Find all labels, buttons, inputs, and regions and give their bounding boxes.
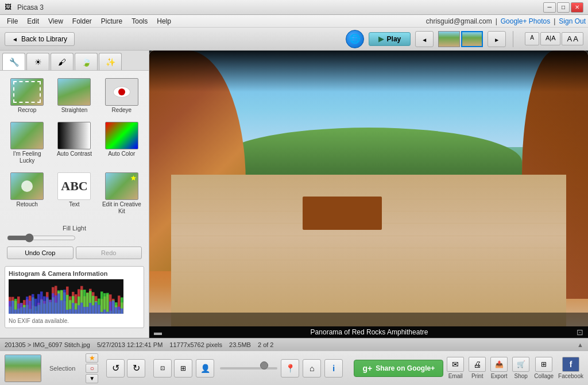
facebook-action[interactable]: f Facebook [558,357,583,379]
google-photos-link[interactable]: Google+ Photos [501,17,550,25]
google-plus-icon: g+ [362,364,372,373]
photo-caption: Panorama of Red Rocks Amphitheatre [311,328,428,336]
facebook-icon: f [562,357,579,372]
app-icon: 🖼 [5,3,14,12]
fill-light-slider-container [7,234,142,242]
tool-recrop[interactable]: Recrop [5,75,49,117]
thumbnail-1[interactable] [438,31,460,47]
print-action[interactable]: 🖨 Print [469,357,486,379]
caption-minimize-icon[interactable]: ▬ [154,328,162,337]
separator2: | [554,17,555,25]
bottom-thumbnail[interactable] [5,355,41,382]
tool-text[interactable]: ABC Text [52,170,96,218]
redo-button[interactable]: Redo [76,247,142,259]
menu-folder[interactable]: Folder [68,16,96,26]
play-button[interactable]: ▶ Play [369,32,411,46]
share-label: Share on Google+ [376,364,435,372]
shop-label: Shop [514,373,527,379]
thumbnail-strip [438,31,483,47]
bottom-tool-star[interactable]: ★ [86,353,98,363]
menu-edit[interactable]: Edit [22,16,44,26]
tab-tuning[interactable]: ☀ [26,53,49,70]
bottom-tool-arrow[interactable]: ▼ [86,374,98,383]
globe-icon: 🌐 [349,33,361,44]
autocolor-thumbnail [105,122,138,149]
menu-tools[interactable]: Tools [127,16,152,26]
tab-wand[interactable]: ✨ [99,53,122,70]
tool-redeye[interactable]: Redeye [99,75,144,117]
undo-crop-button[interactable]: Undo Crop [7,247,74,259]
menu-view[interactable]: View [44,16,68,26]
collage-icon: ⊞ [535,357,552,372]
facebook-label: Facebook [558,373,583,379]
tool-straighten[interactable]: Straighten [52,75,96,117]
next-photo-button[interactable] [488,31,506,47]
back-arrow-icon [12,35,19,43]
collage-action[interactable]: ⊞ Collage [534,357,554,379]
contrast-label: Auto Contrast [57,151,92,157]
text-thumbnail: ABC [57,172,91,200]
panorama-image [149,51,588,326]
maximize-button[interactable]: □ [557,2,570,13]
print-icon: 🖨 [469,357,486,372]
bottom-bar: Selection ★ ○ ▼ ↺ ↻ ⊡ ⊞ 👤 📍 ⌂ i g+ Share… [0,351,588,385]
face-detection-button[interactable]: 👤 [196,359,214,378]
print-label: Print [471,373,483,379]
exif-text: No EXIF data available. [9,318,140,324]
share-google-plus-button[interactable]: g+ Share on Google+ [354,360,443,377]
lucky-label: I'm Feeling Lucky [7,151,47,164]
minimize-button[interactable]: ─ [543,2,556,13]
tab-effects[interactable]: 🖌 [51,53,74,70]
autocolor-label: Auto Color [108,151,135,157]
zoom-handle[interactable] [260,361,268,369]
rotate-cw-button[interactable]: ↻ [127,359,145,378]
font-small-button[interactable]: A [525,32,539,45]
close-button[interactable]: ✕ [571,2,583,13]
selection-label: Selection [45,365,80,372]
main-content: 🔧 ☀ 🖌 🍃 ✨ Recrop Straighten [0,51,588,338]
menu-help[interactable]: Help [152,16,176,26]
status-scroll-up[interactable]: ▲ [577,341,583,348]
font-large-button[interactable]: A A [562,32,583,45]
status-bar: 201305 > IMG_6097 Stitch.jpg 5/27/2013 1… [0,338,588,351]
rotate-ccw-button[interactable]: ↺ [106,359,125,378]
bottom-tool-circle[interactable]: ○ [86,364,98,373]
thumbnail-2[interactable] [461,31,483,47]
caption-expand-icon[interactable]: ⊡ [577,328,583,337]
retouch-thumbnail [10,172,44,200]
mail-button[interactable]: ⌂ [303,359,321,378]
shop-icon: 🛒 [512,357,529,372]
back-to-library-button[interactable]: Back to Library [5,32,75,46]
menu-file[interactable]: File [2,16,22,26]
email-label: Email [448,373,463,379]
prev-photo-button[interactable] [415,31,434,47]
fill-light-slider[interactable] [7,234,76,242]
info-button[interactable]: i [324,359,343,378]
map-pin-button[interactable]: 📍 [281,359,299,378]
tool-creative[interactable]: ★ Edit in Creative Kit [99,170,144,218]
tool-autocolor[interactable]: Auto Color [99,119,144,167]
bottom-thumb-image [5,355,41,382]
tool-lucky[interactable]: I'm Feeling Lucky [5,119,49,167]
zoom-slider-area [220,364,277,372]
action-icons: ↺ ↻ [106,359,145,378]
export-action[interactable]: 📤 Export [490,357,508,379]
tab-something[interactable]: 🍃 [75,53,98,70]
separator: | [496,17,497,25]
photo-small-icon[interactable]: ⊡ [153,359,172,378]
fill-light-section: Fill Light [0,222,149,244]
shop-action[interactable]: 🛒 Shop [512,357,529,379]
font-medium-button[interactable]: A|A [540,32,561,45]
tool-retouch[interactable]: Retouch [5,170,49,218]
sign-out-link[interactable]: Sign Out [559,17,586,25]
photo-large-icon[interactable]: ⊞ [174,359,192,378]
left-arrow-icon [421,34,427,44]
bottom-tools: ★ ○ ▼ [86,353,98,383]
email-action[interactable]: ✉ Email [447,357,464,379]
tool-contrast[interactable]: Auto Contrast [52,119,96,167]
photo-container[interactable] [149,51,588,326]
lucky-thumbnail [10,122,44,149]
tab-basic-fixes[interactable]: 🔧 [2,53,25,70]
globe-button[interactable]: 🌐 [346,30,364,48]
menu-picture[interactable]: Picture [96,16,127,26]
